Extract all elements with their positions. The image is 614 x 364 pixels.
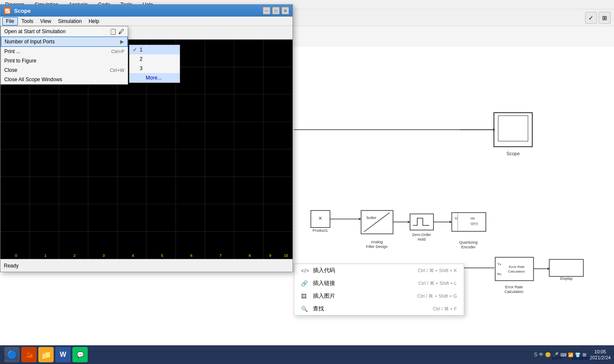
- scope-statusbar: Ready: [0, 259, 293, 272]
- taskbar: 🔵 📁 W 💬 S 中 😊 🎤 ⌨ 📶 👕 ⊞ 10:05 2021/2/24: [0, 345, 614, 364]
- context-item-insert-link-shortcut: Ctrl / ⌘ + Shift + L: [419, 281, 457, 286]
- submenu-label-more: More...: [146, 75, 161, 81]
- svg-text:Error Rate: Error Rate: [509, 265, 525, 269]
- context-item-find-label: 查找: [313, 305, 324, 313]
- svg-text:Analog: Analog: [371, 240, 383, 244]
- svg-text:3: 3: [103, 253, 105, 258]
- svg-text:Calculation: Calculation: [505, 290, 524, 294]
- menu-item-close-all[interactable]: Close All Scope Windows: [1, 75, 128, 84]
- scope-menu-help[interactable]: Help: [85, 17, 103, 25]
- tray-icon-shirt: 👕: [575, 352, 581, 358]
- scope-restore-btn[interactable]: □: [272, 7, 280, 14]
- taskbar-app-matlab[interactable]: [21, 347, 37, 362]
- menu-item-open-at-start-label: Open at Start of Simulation: [4, 28, 66, 34]
- file-dropdown-menu: Open at Start of Simulation 📋 🖊 Number o…: [0, 26, 128, 85]
- scope-menu-tools[interactable]: Tools: [18, 17, 37, 25]
- context-item-insert-code-shortcut: Ctrl / ⌘ + Shift + K: [418, 268, 457, 273]
- tray-icon-kb: ⌨: [560, 353, 566, 357]
- taskbar-time-display: 10:05: [590, 349, 611, 355]
- svg-text:×: ×: [318, 215, 322, 222]
- svg-text:1: 1: [44, 253, 46, 258]
- scope-app-icon: 📈: [4, 7, 11, 14]
- image-icon: 🖼: [301, 293, 310, 299]
- submenu-label-3: 3: [140, 65, 143, 71]
- svg-rect-20: [452, 213, 486, 231]
- svg-text:U: U: [455, 216, 458, 220]
- submenu-item-more[interactable]: More...: [129, 73, 180, 82]
- context-item-find-shortcut: Ctrl / ⌘ + F: [433, 306, 457, 312]
- open-at-start-icon1: 📋: [109, 28, 117, 35]
- tray-icon-1: S: [534, 352, 537, 358]
- scope-close-btn[interactable]: ✕: [281, 7, 289, 14]
- svg-text:Calculation: Calculation: [508, 270, 525, 273]
- open-at-start-icon2: 🖊: [118, 28, 124, 35]
- scope-window: 📈 Scope ─ □ ✕ File Tools View Simulation…: [0, 4, 293, 272]
- scope-menu-file[interactable]: File: [2, 17, 18, 26]
- scope-menu-simulation[interactable]: Simulation: [55, 17, 85, 25]
- taskbar-app-files[interactable]: 📁: [38, 347, 54, 362]
- svg-text:Hold: Hold: [418, 237, 426, 242]
- context-item-insert-image-label: 插入图片: [313, 292, 335, 300]
- svg-rect-27: [495, 257, 534, 281]
- menu-item-num-ports[interactable]: Number of Input Ports ▶ ✓ 1 2 3: [1, 37, 128, 47]
- menu-item-num-ports-arrow: ▶: [120, 39, 124, 45]
- context-item-insert-code-label: 插入代码: [313, 267, 335, 274]
- svg-text:0: 0: [15, 253, 17, 258]
- svg-text:Filter Design: Filter Design: [366, 245, 388, 249]
- taskbar-right: S 中 😊 🎤 ⌨ 📶 👕 ⊞ 10:05 2021/2/24: [534, 349, 611, 361]
- svg-rect-0: [498, 116, 528, 141]
- scope-status-text: Ready: [4, 263, 19, 269]
- svg-text:Quantizing: Quantizing: [459, 240, 477, 245]
- menu-item-print[interactable]: Print ... Ctrl+P: [1, 47, 128, 56]
- tray-icon-3: 😊: [545, 352, 551, 358]
- scope-menu-view[interactable]: View: [37, 17, 55, 25]
- scope-label: Scope: [506, 151, 519, 156]
- menu-item-print-shortcut: Ctrl+P: [111, 49, 124, 54]
- submenu-item-1[interactable]: ✓ 1: [129, 45, 180, 54]
- svg-text:Error Rate: Error Rate: [505, 285, 523, 289]
- menu-item-close[interactable]: Close Ctrl+W: [1, 65, 128, 75]
- scope-minimize-btn[interactable]: ─: [263, 7, 270, 14]
- svg-text:10: 10: [284, 253, 288, 258]
- context-item-insert-link-label: 插入链接: [313, 279, 335, 287]
- submenu-item-3[interactable]: 3: [129, 64, 180, 73]
- taskbar-app-0[interactable]: 🔵: [4, 347, 20, 362]
- tb-btn-grid[interactable]: ⊞: [599, 12, 611, 24]
- tray-icon-grid2: ⊞: [582, 352, 586, 358]
- context-item-insert-link[interactable]: 🔗 插入链接 Ctrl / ⌘ + Shift + L: [294, 277, 464, 290]
- menu-item-num-ports-label: Number of Input Ports: [5, 39, 55, 45]
- svg-rect-34: [549, 259, 583, 276]
- svg-text:7: 7: [220, 253, 222, 258]
- menu-item-print-label: Print ...: [4, 48, 20, 54]
- svg-text:9: 9: [269, 253, 271, 258]
- menu-item-close-all-label: Close All Scope Windows: [4, 77, 62, 82]
- context-item-insert-image[interactable]: 🖼 插入图片 Ctrl / ⌘ + Shift + G: [294, 290, 464, 302]
- menu-item-print-figure[interactable]: Print to Figure: [1, 56, 128, 65]
- svg-text:5: 5: [161, 253, 163, 258]
- context-item-insert-image-shortcut: Ctrl / ⌘ + Shift + G: [417, 293, 457, 299]
- svg-text:Tx: Tx: [497, 262, 501, 266]
- svg-text:6: 6: [190, 253, 192, 258]
- svg-text:Display: Display: [560, 276, 573, 281]
- submenu-item-2[interactable]: 2: [129, 54, 180, 64]
- system-tray-icons: S 中 😊 🎤 ⌨ 📶 👕 ⊞: [534, 352, 586, 358]
- context-menu-overlay: </> 插入代码 Ctrl / ⌘ + Shift + K 🔗 插入链接 Ctr…: [294, 264, 464, 316]
- code-icon: </>: [301, 267, 310, 274]
- context-item-find[interactable]: 🔍 查找 Ctrl / ⌘ + F: [294, 302, 464, 315]
- svg-text:Q(U): Q(U): [471, 222, 478, 225]
- scope-menubar: File Tools View Simulation Help Open at …: [0, 17, 293, 26]
- tray-icon-2: 中: [539, 352, 543, 358]
- tb-btn-check[interactable]: ✓: [585, 12, 597, 24]
- menu-item-close-label: Close: [4, 67, 17, 73]
- input-ports-submenu: ✓ 1 2 3 More...: [129, 45, 180, 83]
- submenu-label-2: 2: [140, 56, 143, 62]
- menu-item-close-shortcut: Ctrl+W: [110, 68, 124, 73]
- context-item-insert-code[interactable]: </> 插入代码 Ctrl / ⌘ + Shift + K: [294, 264, 464, 277]
- taskbar-app-word[interactable]: W: [55, 347, 71, 362]
- taskbar-app-wechat[interactable]: 💬: [72, 347, 88, 362]
- taskbar-date-display: 2021/2/24: [590, 355, 611, 361]
- menu-item-open-at-start[interactable]: Open at Start of Simulation 📋 🖊: [1, 26, 128, 37]
- scope-titlebar[interactable]: 📈 Scope ─ □ ✕: [0, 5, 293, 17]
- svg-text:Rx: Rx: [497, 272, 502, 276]
- find-icon: 🔍: [301, 306, 310, 312]
